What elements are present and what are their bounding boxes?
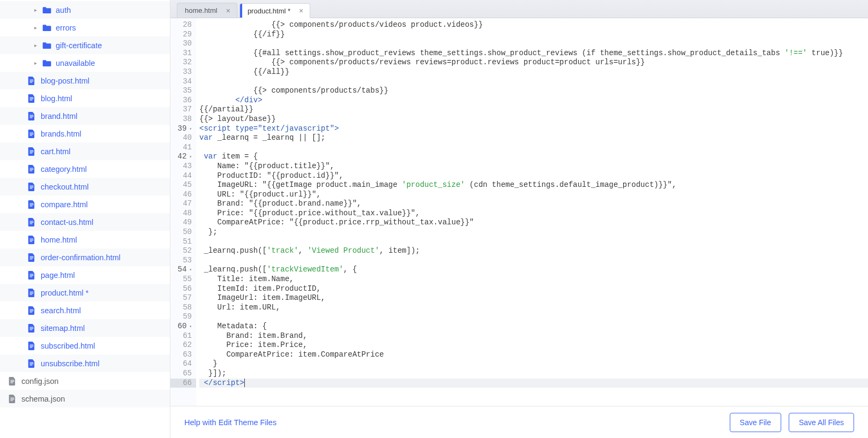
folder-icon	[42, 6, 51, 13]
svg-rect-31	[30, 258, 34, 258]
editor-footer: Help with Edit Theme Files Save File Sav…	[170, 406, 868, 438]
code-line[interactable]: {{/if}}	[199, 30, 868, 40]
file-icon	[27, 359, 36, 368]
folder-item[interactable]: ▸ errors	[0, 19, 170, 36]
help-link[interactable]: Help with Edit Theme Files	[184, 418, 276, 427]
file-item[interactable]: sitemap.html	[0, 319, 170, 337]
code-line[interactable]: var item = {	[199, 152, 868, 162]
code-line[interactable]	[199, 256, 868, 266]
folder-item[interactable]: ▸ gift-certificate	[0, 36, 170, 54]
svg-rect-5	[30, 100, 33, 100]
code-line[interactable]: {{> components/products/reviews reviews=…	[199, 58, 868, 67]
code-line[interactable]: ImageUrl: item.ImageURL,	[199, 293, 868, 303]
file-icon	[27, 306, 36, 315]
code-line[interactable]: CompareAtPrice: item.CompareAtPrice	[199, 350, 868, 360]
save-all-files-button[interactable]: Save All Files	[789, 413, 854, 432]
svg-rect-47	[30, 347, 33, 348]
file-item[interactable]: subscribed.html	[0, 337, 170, 354]
folder-item[interactable]: ▸ auth	[0, 1, 170, 19]
file-item[interactable]: product.html *	[0, 284, 170, 301]
code-line[interactable]: }	[199, 359, 868, 369]
code-line[interactable]: _learnq.push(['track', 'Viewed Product',…	[199, 246, 868, 256]
svg-rect-18	[30, 185, 34, 186]
svg-rect-24	[30, 221, 34, 221]
svg-rect-4	[30, 99, 34, 99]
folder-label: auth	[56, 6, 71, 14]
folder-label: errors	[56, 24, 76, 32]
main-area: home.html×product.html *× 28293031323334…	[170, 0, 868, 438]
code-line[interactable]: {{> components/products/videos product.v…	[199, 20, 868, 30]
code-line[interactable]: Price: item.Price,	[199, 341, 868, 350]
file-label: brands.html	[41, 130, 81, 138]
code-line[interactable]: Brand: "{{product.brand.name}}",	[199, 199, 868, 209]
file-item[interactable]: schema.json	[0, 390, 170, 407]
file-label: unsubscribe.html	[41, 359, 100, 368]
chevron-right-icon: ▸	[32, 25, 39, 31]
code-line[interactable]	[199, 39, 868, 49]
editor-tab[interactable]: home.html×	[177, 3, 237, 18]
line-number: 61	[170, 331, 192, 341]
file-item[interactable]: page.html	[0, 266, 170, 284]
code-line[interactable]: var _learnq = _learnq || [];	[199, 133, 868, 143]
code-editor[interactable]: 2829303132333435363738394041424344454647…	[170, 18, 868, 406]
svg-rect-14	[30, 153, 33, 153]
code-line[interactable]: {{/partial}}	[199, 105, 868, 115]
code-line[interactable]: ItemId: item.ProductID,	[199, 284, 868, 294]
code-line[interactable]: CompareAtPrice: "{{product.price.rrp_wit…	[199, 218, 868, 228]
code-line[interactable]: URL: "{{product.url}}",	[199, 190, 868, 200]
code-line[interactable]: Price: "{{product.price.without_tax.valu…	[199, 209, 868, 218]
code-line[interactable]	[199, 237, 868, 247]
code-line[interactable]: {{#all settings.show_product_reviews the…	[199, 49, 868, 58]
code-line[interactable]: </script>	[199, 379, 868, 388]
file-item[interactable]: brands.html	[0, 125, 170, 142]
code-line[interactable]: Url: item.URL,	[199, 303, 868, 313]
file-item[interactable]: order-confirmation.html	[0, 248, 170, 266]
code-line[interactable]: Metadata: {	[199, 322, 868, 331]
code-line[interactable]: ProductID: "{{product.id}}",	[199, 171, 868, 181]
code-line[interactable]: ImageURL: "{{getImage product.main_image…	[199, 180, 868, 190]
file-icon	[27, 324, 36, 333]
file-item[interactable]: checkout.html	[0, 178, 170, 195]
close-icon[interactable]: ×	[225, 7, 231, 14]
editor-tab[interactable]: product.html *×	[240, 3, 310, 18]
file-item[interactable]: compare.html	[0, 195, 170, 213]
code-line[interactable]: Name: "{{product.title}}",	[199, 162, 868, 171]
file-item[interactable]: brand.html	[0, 107, 170, 125]
file-item[interactable]: search.html	[0, 301, 170, 319]
file-item[interactable]: cart.html	[0, 142, 170, 160]
file-item[interactable]: blog.html	[0, 89, 170, 107]
code-line[interactable]	[199, 143, 868, 153]
svg-rect-2	[30, 82, 33, 82]
code-line[interactable]: <script type="text/javascript">	[199, 124, 868, 134]
code-line[interactable]: };	[199, 228, 868, 237]
file-label: order-confirmation.html	[41, 253, 121, 262]
chevron-right-icon: ▸	[32, 7, 39, 13]
code-line[interactable]	[199, 312, 868, 322]
code-line[interactable]: {{> components/products/tabs}}	[199, 86, 868, 96]
code-line[interactable]: </div>	[199, 96, 868, 105]
svg-rect-27	[30, 238, 34, 239]
svg-rect-38	[30, 294, 33, 294]
file-item[interactable]: blog-post.html	[0, 72, 170, 89]
close-icon[interactable]: ×	[298, 7, 304, 14]
file-label: contact-us.html	[41, 218, 93, 226]
file-item[interactable]: home.html	[0, 231, 170, 248]
svg-rect-8	[30, 117, 33, 118]
save-file-button[interactable]: Save File	[730, 413, 781, 432]
code-line[interactable]	[199, 77, 868, 87]
file-item[interactable]: contact-us.html	[0, 213, 170, 231]
code-line[interactable]: {{> layout/base}}	[199, 115, 868, 124]
code-line[interactable]: }]);	[199, 369, 868, 379]
file-item[interactable]: unsubscribe.html	[0, 354, 170, 372]
code-line[interactable]: {{/all}}	[199, 67, 868, 77]
code-line[interactable]: _learnq.push(['trackViewedItem', {	[199, 265, 868, 275]
code-line[interactable]: Brand: item.Brand,	[199, 331, 868, 341]
svg-rect-40	[30, 311, 34, 311]
file-item[interactable]: config.json	[0, 372, 170, 390]
folder-item[interactable]: ▸ unavailable	[0, 54, 170, 72]
line-number: 34	[170, 77, 192, 87]
line-number: 37	[170, 105, 192, 115]
editor-code-area[interactable]: {{> components/products/videos product.v…	[196, 18, 868, 406]
code-line[interactable]: Title: item.Name,	[199, 275, 868, 284]
file-item[interactable]: category.html	[0, 160, 170, 178]
